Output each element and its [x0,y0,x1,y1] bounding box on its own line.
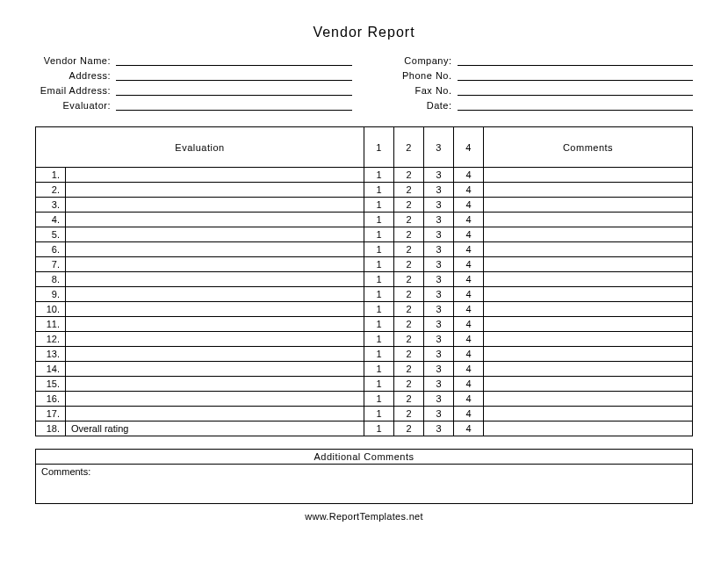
rating-2[interactable]: 2 [394,198,424,213]
rating-4[interactable]: 4 [454,347,484,362]
rating-3[interactable]: 3 [424,227,454,242]
rating-3[interactable]: 3 [424,272,454,287]
row-comment[interactable] [484,392,693,407]
rating-1[interactable]: 1 [364,407,394,422]
rating-4[interactable]: 4 [454,407,484,422]
row-label[interactable]: Overall rating [66,422,364,436]
rating-2[interactable]: 2 [394,183,424,198]
rating-3[interactable]: 3 [424,213,454,227]
rating-1[interactable]: 1 [364,317,394,332]
rating-4[interactable]: 4 [454,287,484,302]
rating-1[interactable]: 1 [364,422,394,436]
row-comment[interactable] [484,227,693,242]
rating-2[interactable]: 2 [394,407,424,422]
rating-1[interactable]: 1 [364,257,394,272]
row-comment[interactable] [484,272,693,287]
row-label[interactable] [66,392,364,407]
rating-1[interactable]: 1 [364,347,394,362]
rating-1[interactable]: 1 [364,242,394,257]
row-label[interactable] [66,407,364,422]
input-phone[interactable] [458,68,694,81]
rating-2[interactable]: 2 [394,257,424,272]
row-comment[interactable] [484,287,693,302]
row-label[interactable] [66,242,364,257]
additional-comments-body[interactable]: Comments: [36,465,692,503]
rating-2[interactable]: 2 [394,287,424,302]
row-comment[interactable] [484,362,693,377]
row-label[interactable] [66,227,364,242]
row-label[interactable] [66,272,364,287]
rating-2[interactable]: 2 [394,377,424,392]
rating-2[interactable]: 2 [394,347,424,362]
row-comment[interactable] [484,422,693,436]
rating-4[interactable]: 4 [454,377,484,392]
input-date[interactable] [458,98,694,111]
rating-3[interactable]: 3 [424,302,454,317]
rating-2[interactable]: 2 [394,242,424,257]
rating-3[interactable]: 3 [424,257,454,272]
rating-4[interactable]: 4 [454,392,484,407]
row-label[interactable] [66,198,364,213]
rating-2[interactable]: 2 [394,227,424,242]
row-label[interactable] [66,168,364,183]
rating-4[interactable]: 4 [454,362,484,377]
input-evaluator[interactable] [116,98,352,111]
row-comment[interactable] [484,347,693,362]
rating-4[interactable]: 4 [454,183,484,198]
rating-1[interactable]: 1 [364,287,394,302]
input-fax[interactable] [458,83,694,96]
rating-1[interactable]: 1 [364,302,394,317]
rating-3[interactable]: 3 [424,422,454,436]
row-comment[interactable] [484,198,693,213]
rating-4[interactable]: 4 [454,198,484,213]
row-label[interactable] [66,287,364,302]
row-label[interactable] [66,362,364,377]
rating-1[interactable]: 1 [364,332,394,347]
input-company[interactable] [458,54,694,66]
row-comment[interactable] [484,377,693,392]
row-label[interactable] [66,302,364,317]
rating-2[interactable]: 2 [394,422,424,436]
row-comment[interactable] [484,183,693,198]
row-label[interactable] [66,183,364,198]
rating-3[interactable]: 3 [424,242,454,257]
rating-4[interactable]: 4 [454,213,484,227]
row-label[interactable] [66,257,364,272]
row-comment[interactable] [484,302,693,317]
row-comment[interactable] [484,317,693,332]
rating-1[interactable]: 1 [364,213,394,227]
rating-4[interactable]: 4 [454,302,484,317]
rating-3[interactable]: 3 [424,183,454,198]
rating-3[interactable]: 3 [424,392,454,407]
row-comment[interactable] [484,242,693,257]
rating-3[interactable]: 3 [424,407,454,422]
row-label[interactable] [66,332,364,347]
rating-4[interactable]: 4 [454,257,484,272]
input-address[interactable] [116,68,352,81]
rating-4[interactable]: 4 [454,168,484,183]
rating-1[interactable]: 1 [364,392,394,407]
rating-3[interactable]: 3 [424,168,454,183]
row-label[interactable] [66,377,364,392]
rating-1[interactable]: 1 [364,198,394,213]
rating-4[interactable]: 4 [454,422,484,436]
rating-2[interactable]: 2 [394,302,424,317]
rating-3[interactable]: 3 [424,332,454,347]
rating-1[interactable]: 1 [364,227,394,242]
row-label[interactable] [66,317,364,332]
rating-2[interactable]: 2 [394,168,424,183]
rating-4[interactable]: 4 [454,317,484,332]
row-comment[interactable] [484,257,693,272]
rating-2[interactable]: 2 [394,332,424,347]
rating-3[interactable]: 3 [424,317,454,332]
rating-3[interactable]: 3 [424,287,454,302]
rating-2[interactable]: 2 [394,392,424,407]
rating-1[interactable]: 1 [364,168,394,183]
rating-3[interactable]: 3 [424,362,454,377]
rating-2[interactable]: 2 [394,362,424,377]
rating-3[interactable]: 3 [424,347,454,362]
row-comment[interactable] [484,213,693,227]
rating-3[interactable]: 3 [424,198,454,213]
row-label[interactable] [66,213,364,227]
row-comment[interactable] [484,168,693,183]
